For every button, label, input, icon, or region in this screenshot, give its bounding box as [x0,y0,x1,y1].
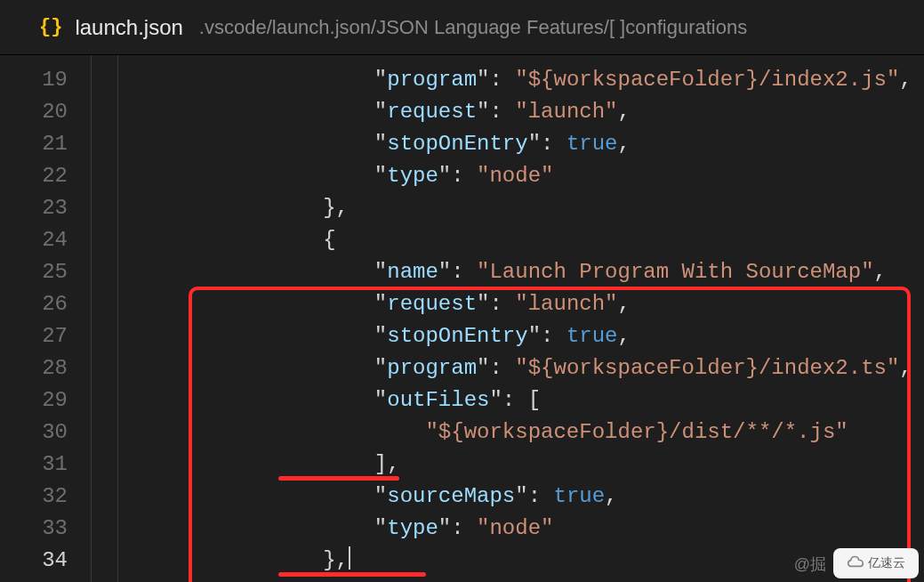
text-cursor [349,546,350,570]
line-number: 19 [0,64,78,96]
code-line[interactable]: "program": "${workspaceFolder}/index2.ts… [221,352,924,384]
code-line[interactable]: "${workspaceFolder}/dist/**/*.js" [221,416,924,449]
watermark-logo: 亿速云 [833,548,919,578]
code-line[interactable]: "stopOnEntry": true, [221,128,924,160]
line-number: 22 [0,160,78,192]
line-number: 28 [0,352,78,384]
editor-tab-bar: {} launch.json .vscode/launch.json/JSON … [0,0,924,55]
tab-filename[interactable]: launch.json [75,15,182,40]
code-line[interactable]: "request": "launch", [221,288,924,320]
code-line[interactable]: ], [221,449,924,481]
breadcrumb[interactable]: .vscode/launch.json/JSON Language Featur… [199,16,747,39]
line-number: 31 [0,449,78,481]
code-line[interactable]: "type": "node" [221,160,924,192]
watermark-logo-text: 亿速云 [868,555,905,571]
code-line[interactable]: "name": "Launch Program With SourceMap", [221,256,924,288]
line-number: 26 [0,288,78,320]
line-number: 20 [0,96,78,128]
code-line[interactable]: "type": "node" [221,513,924,545]
line-number: 25 [0,256,78,288]
code-line[interactable]: "request": "launch", [221,96,924,128]
indent-guides [78,55,221,582]
code-area[interactable]: "program": "${workspaceFolder}/index2.js… [221,55,924,582]
line-number: 29 [0,384,78,416]
code-line[interactable]: "sourceMaps": true, [221,481,924,513]
code-line[interactable]: { [221,224,924,256]
line-number: 32 [0,481,78,513]
line-number: 24 [0,224,78,256]
code-line[interactable]: "stopOnEntry": true, [221,320,924,352]
line-number: 30 [0,416,78,449]
line-number: 33 [0,513,78,545]
line-number: 34 [0,545,78,577]
json-file-icon: {} [39,16,62,38]
line-number-gutter: 19202122232425262728293031323334 [0,55,78,582]
code-line[interactable]: "outFiles": [ [221,384,924,416]
code-line[interactable]: }, [221,192,924,224]
code-line[interactable]: "program": "${workspaceFolder}/index2.js… [221,64,924,96]
line-number: 21 [0,128,78,160]
code-editor[interactable]: 19202122232425262728293031323334 "progra… [0,55,924,582]
line-number: 23 [0,192,78,224]
watermark-text: @掘 [794,554,826,575]
line-number: 27 [0,320,78,352]
